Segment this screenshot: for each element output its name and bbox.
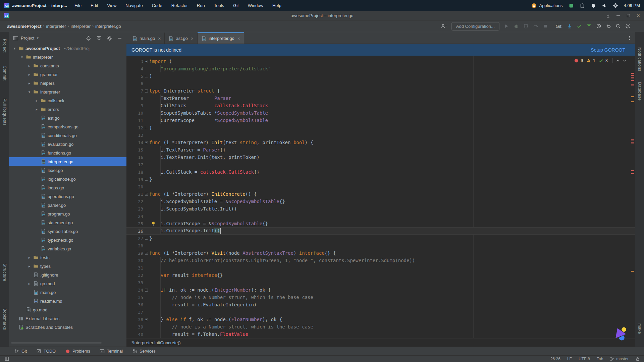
code-line-12[interactable]: 12} [126,124,635,131]
users-icon[interactable] [440,23,447,29]
tree-item-external-libraries[interactable]: External Libraries [9,314,126,323]
tree-item-callstack[interactable]: ▸callstack [9,96,126,105]
code-line-7[interactable]: 7−type Interpreter struct { [126,87,635,95]
fold-marker-icon[interactable]: − [143,318,149,321]
tool-button-commit[interactable]: Commit [2,66,7,80]
error-stripe-mark[interactable] [631,75,634,76]
menu-run[interactable]: Run [197,3,205,8]
breadcrumb-item-interpreter[interactable]: interpreter [46,24,66,29]
caret-position-widget[interactable]: 26:26 [550,357,560,361]
breadcrumb-item-awesomeproject[interactable]: awesomeProject [7,24,42,29]
tab-close-icon[interactable]: × [191,36,194,41]
tool-button-terminal[interactable]: Terminal [100,349,123,354]
tree-chevron-icon[interactable]: ▾ [12,46,17,51]
tool-button-pull-requests[interactable]: Pull Requests [2,99,7,126]
notification-bell-icon[interactable] [591,3,596,8]
rollback-button[interactable] [606,23,611,29]
intention-bulb-icon[interactable] [151,221,156,226]
applications-button[interactable]: Applications [531,3,562,8]
tool-button-problems[interactable]: Problems [65,349,90,354]
encoding-widget[interactable]: UTF-8 [579,357,590,361]
tree-item-constants[interactable]: ▸constants [9,61,126,70]
error-stripe-mark[interactable] [631,84,634,85]
code-line-14[interactable]: 14−func (i *Interpreter) Init(text strin… [126,139,635,146]
code-line-31[interactable]: 31 [126,264,635,272]
code-line-39[interactable]: 39 // node is a Number struct, which is … [126,323,635,330]
breadcrumb-item-interpreter.go[interactable]: interpreter.go [95,24,121,29]
tool-button-git[interactable]: Git [14,349,27,354]
line-ending-widget[interactable]: LF [567,357,572,361]
tool-button-project[interactable]: Project [2,39,7,53]
readonly-lock-icon[interactable] [635,357,640,361]
code-line-3[interactable]: 3−import ( [126,58,635,65]
next-problem-icon[interactable] [622,58,627,63]
error-stripe-mark[interactable] [631,271,634,272]
clock[interactable]: 4:09 PM [624,3,640,8]
clipboard-icon[interactable] [580,3,585,8]
menu-edit[interactable]: Edit [91,3,98,8]
tree-chevron-icon[interactable]: ▸ [35,99,39,103]
ide-settings-button[interactable] [625,23,631,29]
code-line-37[interactable]: 37 [126,308,635,316]
tree-item-variables.go[interactable]: govariables.go [9,244,126,253]
indent-widget[interactable]: Tab [597,357,603,361]
tree-item-ast.go[interactable]: goast.go [9,114,126,122]
tree-item-interpreter.go[interactable]: gointerpreter.go [9,157,126,166]
code-line-28[interactable]: 28 [126,242,635,249]
tool-button-services[interactable]: Services [132,349,156,354]
tree-item-main.go[interactable]: gomain.go [9,288,126,297]
error-stripe-mark[interactable] [631,173,634,174]
tree-item-types[interactable]: ▸types [9,262,126,270]
inspections-widget[interactable]: 9 1 3 [574,58,627,63]
error-stripe-mark[interactable] [631,139,634,140]
code-line-21[interactable]: 21−func (i *Interpreter) InitConcrete() … [126,190,635,198]
tree-item-logicalnode.go[interactable]: gologicalnode.go [9,175,126,183]
code-viewport[interactable]: 3−import (4 "programminglang/interpreter… [126,56,635,338]
tree-chevron-icon[interactable]: ▸ [27,255,32,260]
code-line-32[interactable]: 32 var result interface{} [126,272,635,279]
tree-chevron-icon[interactable]: ▸ [27,72,32,77]
tree-item-lexer.go[interactable]: golexer.go [9,166,126,175]
code-line-26[interactable]: 26 i.CurrentScope.Init() [126,227,635,235]
fold-marker-icon[interactable]: − [143,89,149,93]
locate-file-icon[interactable] [86,36,91,41]
code-line-6[interactable]: 6 [126,80,635,87]
tree-item-tests[interactable]: ▸tests [9,253,126,262]
stop-button[interactable] [543,23,548,29]
breadcrumb-item-interpreter[interactable]: interpreter [71,24,91,29]
code-line-5[interactable]: 5) [126,72,635,80]
tree-item-readme.md[interactable]: mdreadme.md [9,297,126,305]
menu-help[interactable]: Help [272,3,281,8]
tree-item-comparisons.go[interactable]: gocomparisons.go [9,122,126,131]
menu-window[interactable]: Window [248,3,263,8]
tree-chevron-icon[interactable]: ▾ [27,90,32,94]
code-line-33[interactable]: 33 [126,279,635,286]
code-line-38[interactable]: 38− } else if f, ok := node.(FloatNumber… [126,316,635,323]
error-stripe-mark[interactable] [631,96,634,97]
project-view-selector[interactable]: Project [21,36,34,41]
tree-item-.gitignore[interactable]: .gitignore [9,270,126,279]
panel-horizontal-scrollbar[interactable] [11,342,102,344]
context-breadcrumb[interactable]: *Interpreter.InitConcrete() [131,340,181,345]
error-stripe-mark[interactable] [631,77,634,78]
git-update-button[interactable] [567,23,572,29]
code-line-36[interactable]: 36 result = i.EvaluateInteger(in) [126,301,635,308]
panel-settings-icon[interactable] [107,36,112,41]
tree-item-errors[interactable]: ▸errors [9,105,126,114]
git-push-button[interactable] [586,23,592,29]
tool-button-make[interactable]: make [637,323,642,334]
editor-tab-ast.go[interactable]: goast.go× [165,32,198,44]
tree-item-loops.go[interactable]: goloops.go [9,183,126,192]
maximize-button[interactable] [626,13,631,18]
tree-item-scratches-and-consoles[interactable]: Scratches and Consoles [9,323,126,331]
code-line-29[interactable]: 29−func (i *Interpreter) Visit(node Abst… [126,249,635,257]
code-line-18[interactable]: 18 i.CallStack = callstack.CallStack{} [126,168,635,176]
fold-marker-icon[interactable] [143,178,149,181]
menu-refactor[interactable]: Refactor [171,3,188,8]
fold-marker-icon[interactable]: − [143,289,149,292]
code-line-40[interactable]: 40 result = f.Token.FloatValue [126,330,635,338]
chevron-down-icon[interactable]: ▾ [37,36,39,40]
tree-item-evaluation.go[interactable]: goevaluation.go [9,140,126,148]
tree-item-grammar[interactable]: ▸grammar [9,70,126,79]
tree-item-go.mod[interactable]: go.mod [9,305,126,314]
